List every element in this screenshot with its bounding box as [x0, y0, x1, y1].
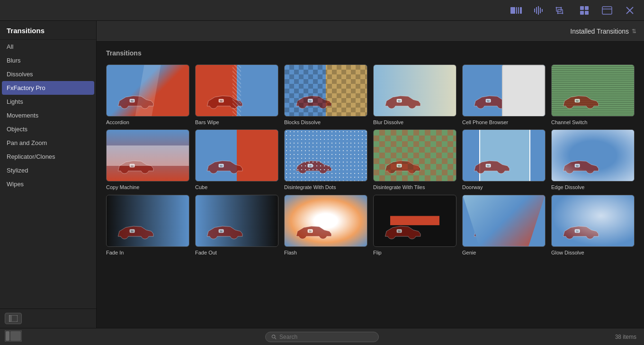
svg-rect-1: [516, 7, 517, 14]
svg-point-14: [562, 12, 564, 14]
transition-thumbnail: 50: [373, 195, 456, 247]
grid-icon[interactable]: [578, 4, 591, 17]
svg-rect-7: [540, 8, 541, 13]
close-x-icon[interactable]: [623, 4, 636, 17]
svg-text:50: 50: [398, 100, 401, 102]
svg-text:50: 50: [576, 229, 579, 232]
svg-text:50: 50: [131, 229, 134, 232]
svg-rect-2: [518, 7, 519, 14]
transition-thumbnail: 50: [284, 64, 367, 117]
svg-point-64: [272, 335, 275, 337]
transitions-grid: 50Accordion50Bars Wipe50Blocks Dissolve5…: [106, 64, 635, 256]
transition-item[interactable]: 50Edge Dissolve: [551, 129, 635, 191]
transition-item[interactable]: 50Bars Wipe: [195, 64, 278, 126]
sidebar-item-replicator[interactable]: Replicator/Clones: [0, 150, 96, 163]
transition-item[interactable]: 50Disintegrate With Tiles: [373, 129, 456, 191]
svg-rect-17: [580, 11, 584, 15]
transition-item[interactable]: 50Channel Switch: [551, 64, 635, 126]
transition-label: Cell Phone Browser: [462, 119, 546, 126]
transition-item[interactable]: 50Cell Phone Browser: [462, 64, 546, 126]
sidebar: Transitions All Blurs Dissolves FxFactor…: [0, 21, 97, 328]
transitions-area: Transitions 50Accordion50Bars Wipe50Bloc…: [97, 42, 644, 328]
transition-thumbnail: 50: [195, 129, 278, 182]
svg-text:50: 50: [220, 164, 223, 167]
transition-item[interactable]: 50Disintegrate With Dots: [284, 129, 367, 191]
transition-item[interactable]: 50Blocks Dissolve: [284, 64, 367, 126]
transition-label: Blur Dissolve: [373, 119, 456, 126]
transition-label: Doorway: [462, 184, 546, 191]
sidebar-item-lights[interactable]: Lights: [0, 95, 96, 109]
transition-item[interactable]: 50Genie: [462, 195, 546, 256]
sidebar-item-stylized[interactable]: Stylized: [0, 163, 96, 177]
svg-rect-3: [520, 7, 522, 14]
svg-text:50: 50: [487, 100, 490, 102]
transition-item[interactable]: 50Accordion: [106, 64, 189, 126]
main-area: Transitions All Blurs Dissolves FxFactor…: [0, 21, 644, 328]
transition-label: Glow Dissolve: [551, 249, 635, 256]
search-input[interactable]: [279, 334, 373, 340]
multi-clip-icon[interactable]: [510, 4, 523, 17]
svg-rect-0: [510, 7, 515, 14]
transition-label: Disintegrate With Tiles: [373, 184, 456, 191]
transition-item[interactable]: 50Fade Out: [195, 195, 278, 256]
transition-item[interactable]: 50Copy Machine: [106, 129, 189, 191]
sidebar-layout-icon[interactable]: [5, 313, 22, 324]
transition-label: Edge Dissolve: [551, 184, 635, 191]
svg-rect-5: [536, 7, 537, 14]
sidebar-item-movements[interactable]: Movements: [0, 109, 96, 122]
transition-label: Channel Switch: [551, 119, 635, 126]
svg-rect-16: [585, 6, 589, 10]
transition-item[interactable]: 50Doorway: [462, 129, 546, 191]
svg-rect-29: [308, 99, 313, 103]
transition-item[interactable]: 50Flip: [373, 195, 456, 256]
bottom-bar: 38 items: [0, 328, 644, 345]
sidebar-items: All Blurs Dissolves FxFactory Pro Lights…: [0, 40, 96, 309]
transition-item[interactable]: 50Fade In: [106, 195, 189, 256]
transition-label: Blocks Dissolve: [284, 119, 367, 126]
installed-transitions-label[interactable]: Installed Transitions ⇅: [570, 27, 636, 35]
transition-item[interactable]: 50Cube: [195, 129, 278, 191]
transition-label: Copy Machine: [106, 184, 189, 191]
svg-rect-59: [575, 229, 580, 233]
transition-thumbnail: 50: [551, 129, 635, 182]
svg-text:50: 50: [398, 229, 401, 232]
svg-rect-57: [486, 229, 491, 233]
transition-thumbnail: 50: [106, 64, 189, 117]
transition-label: Flip: [373, 249, 456, 256]
sidebar-footer: [0, 309, 96, 328]
items-count: 38 items: [615, 334, 636, 340]
transition-label: Disintegrate With Dots: [284, 184, 367, 191]
transform-icon[interactable]: [555, 4, 568, 17]
sort-arrows-icon: ⇅: [632, 28, 636, 35]
sidebar-item-fxfactory[interactable]: FxFactory Pro: [2, 81, 94, 95]
svg-point-12: [561, 7, 562, 8]
transition-thumbnail: 50: [551, 195, 635, 247]
sidebar-item-dissolves[interactable]: Dissolves: [0, 67, 96, 81]
bottom-layout-icon[interactable]: [5, 330, 22, 344]
transition-thumbnail: 50: [462, 195, 546, 247]
sidebar-item-pan-zoom[interactable]: Pan and Zoom: [0, 136, 96, 150]
transition-label: Genie: [462, 249, 546, 256]
svg-rect-8: [542, 9, 543, 12]
transition-thumbnail: 50: [373, 64, 456, 117]
sidebar-item-wipes[interactable]: Wipes: [0, 177, 96, 191]
transition-item[interactable]: 50Flash: [284, 195, 367, 256]
transition-item[interactable]: 50Glow Dissolve: [551, 195, 635, 256]
transition-thumbnail: 50: [284, 195, 367, 247]
sidebar-item-objects[interactable]: Objects: [0, 122, 96, 136]
sidebar-item-all[interactable]: All: [0, 40, 96, 54]
svg-line-65: [275, 337, 276, 339]
transition-thumbnail: 50: [106, 195, 189, 247]
transition-thumbnail: 50: [551, 64, 635, 117]
window-icon[interactable]: [600, 4, 614, 17]
svg-text:50: 50: [398, 164, 401, 167]
svg-text:50: 50: [487, 229, 490, 232]
sidebar-item-blurs[interactable]: Blurs: [0, 54, 96, 67]
transition-thumbnail: 50: [284, 129, 367, 182]
transition-thumbnail: 50: [462, 129, 546, 182]
svg-rect-41: [308, 164, 313, 168]
audio-meter-icon[interactable]: [532, 4, 546, 17]
transition-thumbnail: 50: [195, 195, 278, 247]
svg-text:50: 50: [309, 164, 312, 167]
transition-item[interactable]: 50Blur Dissolve: [373, 64, 456, 126]
